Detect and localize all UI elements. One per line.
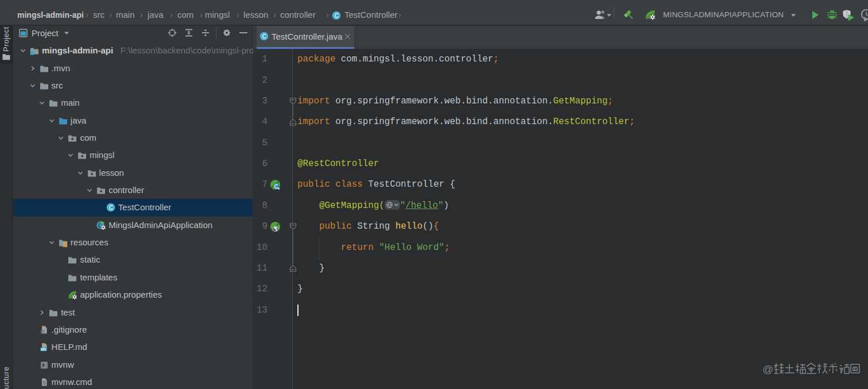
svg-text:C: C: [262, 33, 266, 40]
svg-text:C: C: [334, 13, 338, 19]
svg-text:C: C: [108, 205, 113, 211]
svg-text:MD: MD: [41, 348, 46, 351]
